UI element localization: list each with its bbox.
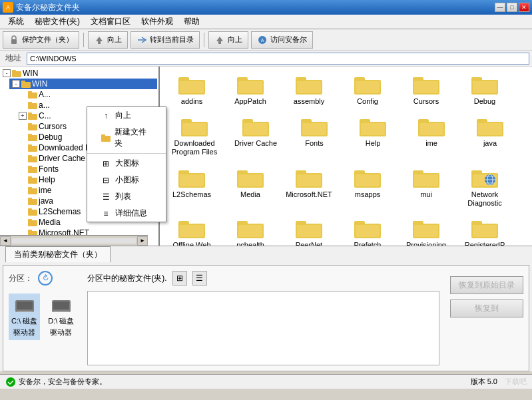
file-item-fonts[interactable]: Fonts (288, 114, 341, 159)
file-item-cursors[interactable]: Cursors (399, 72, 453, 108)
folder-svg-rp (471, 218, 498, 240)
ctx-list[interactable]: ☰ 列表 (87, 188, 166, 205)
file-item-apppatch[interactable]: AppPatch (224, 72, 277, 108)
file-item-l2schemas[interactable]: L2Schemas (165, 165, 218, 210)
tree-folder-icon (12, 69, 21, 77)
tree-expand-win[interactable]: - (12, 80, 20, 88)
tree-expand-c[interactable]: + (19, 112, 27, 120)
up-icon (94, 35, 105, 45)
file-item-ime[interactable]: ime (405, 114, 458, 159)
file-label-apppatch: AppPatch (234, 97, 266, 106)
files-view-btn-2[interactable]: ☰ (192, 271, 207, 286)
minimize-button[interactable]: — (495, 3, 505, 12)
tree-expand-root[interactable]: - (3, 69, 11, 77)
up-icon-2 (214, 35, 225, 45)
title-bar-text: 安备尔秘密文件夹 (13, 2, 495, 13)
ctx-list-icon: ☰ (101, 192, 111, 202)
svg-rect-78 (238, 174, 262, 186)
maximize-button[interactable]: □ (507, 3, 517, 12)
tree-item-root[interactable]: - WIN (1, 68, 157, 79)
folder-svg-config (354, 75, 381, 96)
file-item-pchealth[interactable]: pchealth (224, 216, 277, 246)
action-buttons: 恢复到原始目录 恢复到 (450, 271, 523, 365)
file-item-provisioning[interactable]: Provisioning (399, 216, 453, 246)
status-bar: 安备尔，安全与备份专家。 版本 5.0 下载吧 (0, 374, 532, 389)
scroll-left-btn[interactable]: ◄ (0, 236, 11, 246)
menu-system[interactable]: 系统 (3, 15, 29, 29)
file-item-media[interactable]: Media (224, 165, 277, 210)
ctx-small-label: 小图标 (115, 174, 139, 186)
file-label-downloaded: Downloaded Program Files (168, 139, 221, 156)
drive-c-icon (14, 296, 35, 315)
files-view-btn-1[interactable]: ⊞ (172, 271, 187, 286)
svg-rect-57 (182, 123, 206, 135)
goto-button[interactable]: 转到当前目录 (131, 31, 200, 49)
file-item-microsoftnet[interactable]: Microsoft.NET (282, 165, 336, 210)
close-button[interactable]: ✕ (519, 3, 529, 12)
file-item-debug[interactable]: Debug (458, 72, 511, 108)
file-label-offlineweb: Offline Web Pages (168, 241, 216, 246)
file-item-assembly[interactable]: assembly (282, 72, 336, 108)
svg-rect-104 (297, 225, 321, 237)
file-item-prefetch[interactable]: Prefetch (341, 216, 394, 246)
menu-secret-files[interactable]: 秘密文件(夹) (29, 15, 85, 29)
file-item-java[interactable]: java (463, 114, 517, 159)
svg-rect-129 (17, 301, 33, 309)
file-item-networkdiag[interactable]: Network Diagnostic (458, 165, 511, 210)
svg-rect-66 (361, 123, 385, 135)
visit-button[interactable]: A 访问安备尔 (251, 31, 313, 49)
menu-software-appearance[interactable]: 软件外观 (136, 15, 178, 29)
ctx-up[interactable]: ↑ 向上 (87, 107, 166, 124)
refresh-button[interactable]: ↻ (38, 271, 53, 286)
menu-document-window[interactable]: 文档窗口区 (85, 15, 136, 29)
folder-svg-addins (178, 75, 205, 96)
ctx-detail[interactable]: ≡ 详细信息 (87, 205, 166, 222)
tree-item-win-selected[interactable]: - WIN (9, 79, 157, 89)
ctx-new-folder[interactable]: 新建文件夹 (87, 124, 166, 152)
file-label-media: Media (240, 190, 260, 199)
file-pane[interactable]: addins AppPatch assembly Config Cursors … (160, 67, 532, 246)
ctx-small-icon[interactable]: ⊟ 小图标 (87, 172, 166, 188)
file-item-peernet[interactable]: PeerNet (282, 216, 336, 246)
tree-win-label: WIN (32, 79, 47, 89)
folder-icon-debug (28, 133, 37, 141)
file-item-downloaded[interactable]: Downloaded Program Files (165, 114, 224, 159)
file-item-addins[interactable]: addins (165, 72, 218, 108)
scroll-right-btn[interactable]: ► (137, 236, 148, 246)
tree-debug-label: Debug (39, 132, 62, 142)
file-item-help[interactable]: Help (346, 114, 399, 159)
file-item-registeredp[interactable]: RegisteredP (458, 216, 511, 246)
address-input[interactable] (27, 53, 529, 65)
svg-rect-14 (28, 112, 32, 115)
tab-current-category[interactable]: 当前类别秘密文件（夹） (5, 246, 111, 262)
drive-c[interactable]: C:\ 磁盘 驱动器 (9, 294, 40, 340)
tree-item-a[interactable]: A... (17, 89, 157, 100)
menu-help[interactable]: 帮助 (178, 15, 205, 29)
up-button[interactable]: 向上 (88, 31, 128, 49)
file-item-mui[interactable]: mui (399, 165, 453, 210)
tree-item-label: WIN (23, 69, 38, 78)
file-item-drivercache[interactable]: Driver Cache (229, 114, 282, 159)
folder-svg-msapps (354, 168, 381, 189)
svg-rect-22 (28, 155, 32, 158)
protect-button[interactable]: 保护文件（夹） (3, 31, 79, 49)
file-label-rp: RegisteredP (465, 241, 505, 246)
svg-rect-8 (21, 81, 25, 83)
svg-rect-39 (180, 81, 204, 93)
svg-rect-24 (28, 166, 32, 168)
svg-point-134 (6, 377, 15, 387)
restore-button[interactable]: 恢复到 (450, 300, 523, 317)
partition-label: 分区： (9, 273, 33, 284)
ctx-large-icon[interactable]: ⊞ 大图标 (87, 155, 166, 172)
file-item-offlineweb[interactable]: Offline Web Pages (165, 216, 218, 246)
drive-d[interactable]: D:\ 磁盘 驱动器 (45, 294, 77, 340)
svg-rect-42 (238, 81, 262, 93)
ctx-folder-icon (101, 132, 111, 143)
up-button-2[interactable]: 向上 (208, 31, 248, 49)
h-scrollbar[interactable]: ◄ ► (0, 235, 148, 246)
folder-icon-help (28, 176, 37, 184)
file-item-config[interactable]: Config (341, 72, 394, 108)
svg-rect-127 (101, 134, 105, 137)
file-item-msapps[interactable]: msapps (341, 165, 394, 210)
restore-to-origin-button[interactable]: 恢复到原始目录 (450, 276, 523, 294)
